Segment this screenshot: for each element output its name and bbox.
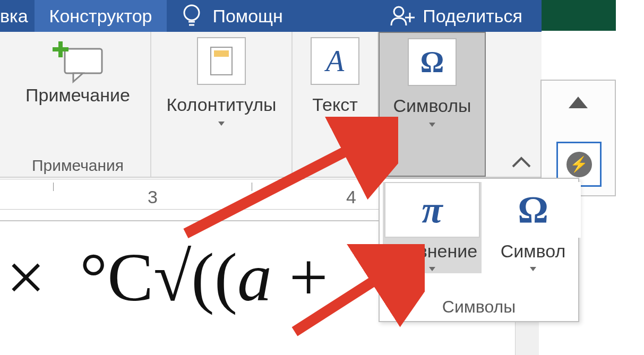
button-label: Уравнение (387, 241, 477, 262)
equation-content[interactable]: × °C√((a + (6, 237, 328, 317)
ribbon-group-symbols: Ω Символы (379, 32, 486, 177)
text-dropdown[interactable]: A Текст (293, 32, 377, 128)
ruler-tick (53, 183, 54, 191)
tab-label: Помощн (212, 6, 282, 27)
new-comment-button[interactable]: Примечание (5, 32, 150, 106)
svg-point-3 (394, 7, 403, 16)
omega-icon: Ω (408, 38, 457, 86)
collapse-ribbon-button[interactable] (511, 151, 532, 174)
symbols-dropdown[interactable]: Ω Символы (380, 33, 485, 129)
svg-rect-10 (214, 50, 229, 57)
dropdown-arrow-icon (218, 118, 225, 128)
tab-label: Конструктор (49, 6, 152, 27)
symbols-dropdown-panel: π Уравнение Ω Символ Символы (379, 178, 579, 322)
equation-button[interactable]: π Уравнение (383, 182, 482, 273)
dropdown-arrow-icon (429, 119, 435, 129)
button-label: Символ (501, 241, 566, 262)
button-label: Колонтитулы (167, 94, 277, 115)
button-label: Символы (393, 96, 471, 116)
headers-dropdown[interactable]: Колонтитулы (151, 32, 291, 128)
svg-point-0 (184, 5, 199, 20)
symbol-button[interactable]: Ω Символ (484, 182, 582, 273)
chevron-up-icon (511, 156, 532, 169)
expand-pane-button[interactable] (569, 97, 588, 108)
page-icon (197, 37, 246, 85)
tab-label: Поделиться (423, 6, 522, 27)
share-button[interactable]: Поделиться (375, 0, 537, 32)
ruler-tick (252, 183, 252, 191)
svg-rect-8 (53, 47, 68, 51)
ribbon: Примечание Примечания Колонтитулы A Текс… (0, 32, 542, 178)
dropdown-arrow-icon (429, 264, 435, 273)
tab-insert-partial[interactable]: вка (0, 0, 35, 32)
share-person-icon (390, 5, 415, 27)
button-label: Примечание (25, 85, 130, 106)
ribbon-group-text: A Текст (293, 32, 379, 177)
ribbon-group-headers: Колонтитулы (151, 32, 293, 177)
dropdown-arrow-icon (530, 264, 536, 273)
account-area[interactable] (542, 0, 616, 31)
omega-icon: Ω (485, 182, 581, 238)
svg-rect-6 (65, 49, 102, 73)
comment-plus-icon (49, 37, 107, 85)
tab-label: вка (0, 6, 28, 26)
panel-footer-label: Символы (380, 297, 578, 317)
ruler-number: 4 (346, 187, 356, 207)
tab-help[interactable]: Помощн (167, 0, 297, 32)
dropdown-arrow-icon (332, 118, 338, 128)
tab-constructor[interactable]: Конструктор (35, 0, 167, 32)
ruler-number: 3 (148, 187, 158, 207)
ribbon-group-comments: Примечание Примечания (5, 32, 151, 177)
lightbulb-icon (182, 4, 202, 28)
ribbon-tabstrip: вка Конструктор Помощн Поделиться (0, 0, 542, 32)
button-label: Текст (312, 94, 358, 115)
text-a-icon: A (311, 37, 359, 85)
pi-icon: π (384, 182, 480, 238)
lightning-icon: ⚡ (566, 152, 592, 177)
group-caption: Примечания (5, 157, 150, 175)
